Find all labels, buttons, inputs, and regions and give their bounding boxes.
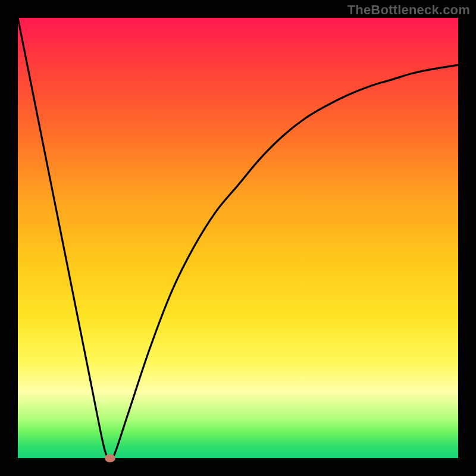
chart-frame: TheBottleneck.com bbox=[0, 0, 476, 476]
plot-area bbox=[18, 18, 458, 458]
bottleneck-curve bbox=[18, 18, 458, 459]
curve-layer bbox=[18, 18, 458, 458]
minimum-marker bbox=[105, 454, 115, 462]
watermark-label: TheBottleneck.com bbox=[347, 2, 470, 18]
